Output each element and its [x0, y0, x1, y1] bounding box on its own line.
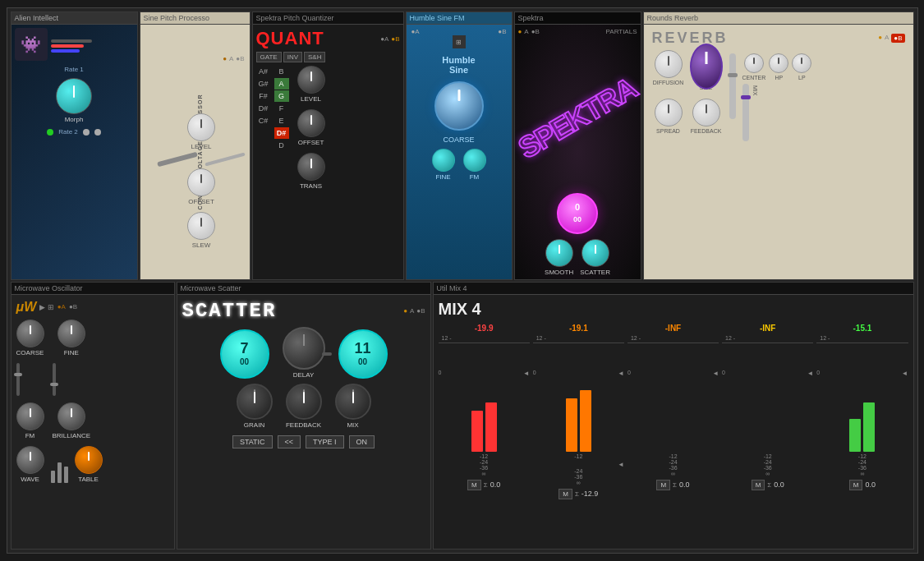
mwave-fm-group: FM [16, 402, 44, 439]
spektra-title: Spektra [515, 12, 641, 25]
quant-buttons: GATE INV S&H [256, 52, 400, 62]
mwave-table-label: TABLE [78, 476, 99, 483]
ch2-value: -12.9 [582, 490, 599, 498]
scatter-body: SCATTER ●A●B 7 00 [177, 295, 430, 550]
mix-channel-5: -15.1 12 - 0 ◄ -12 [816, 324, 908, 539]
fm-knob[interactable] [463, 149, 486, 172]
static-button[interactable]: STATIC [232, 435, 273, 448]
quant-big-title: QUANT [256, 28, 324, 49]
quant-body: QUANT ●A●B GATE INV S&H A# G# [253, 25, 403, 279]
scatter-title: Microwave Scatter [177, 283, 430, 295]
center-knob[interactable] [744, 53, 764, 73]
humble-title: Humble Sine FM [407, 12, 512, 25]
feedback-label: FEEDBACK [691, 128, 722, 134]
spread-knob[interactable] [655, 99, 683, 126]
quant-level-knob[interactable] [297, 66, 325, 94]
ch3-m-button[interactable]: M [656, 480, 670, 490]
mwave-content: μW ▶ ⊞ ●A ●B COARSE [11, 295, 174, 550]
mwave-brilliance-group: BRILLIANCE [53, 402, 91, 439]
offset-knob[interactable] [187, 168, 215, 196]
note-as: A# [256, 66, 271, 77]
scatter-knob-row: GRAIN FEEDBACK MIX [182, 384, 425, 429]
diffusion-group: DIFFUSION [652, 50, 685, 94]
on-button[interactable]: ON [349, 435, 375, 448]
scatter-mix-knob[interactable] [335, 384, 371, 420]
center-group: CENTER [742, 53, 766, 80]
notes-natural-col: B A G F E D# D [274, 66, 289, 190]
reverb-content: REVERB ●A ●B DIFFUSION [644, 25, 913, 279]
ch3-value: 0.0 [679, 481, 690, 489]
spektra-content: ●A ●B PARTIALS SPEKTRA 000 [515, 25, 641, 279]
humble-content: ●A ●B ⊞ HumbleSine COARSE FINE [407, 25, 512, 279]
fine-label: FINE [435, 173, 450, 181]
note-g: G [274, 90, 289, 102]
ch4-m-button[interactable]: M [752, 480, 765, 490]
scatter-group: SCATTER [580, 239, 610, 276]
scatter-val1: 7 00 [220, 329, 269, 379]
ch2-level: -19.1 [569, 324, 588, 333]
alien-intellect-panel: Alien Intellect 👾 Rate 1 [11, 11, 138, 280]
diffusion-knob[interactable] [655, 50, 683, 78]
hp-group: HP [769, 53, 788, 80]
spread-label: SPREAD [656, 128, 680, 134]
alien-face-icon: 👾 [15, 28, 48, 61]
fine-knob[interactable] [432, 149, 455, 172]
gate-button[interactable]: GATE [256, 52, 282, 62]
partials-knob[interactable]: 000 [557, 193, 598, 234]
hp-knob[interactable] [769, 53, 788, 73]
type-button[interactable]: TYPE I [306, 435, 344, 448]
ch2-m-button[interactable]: M [559, 489, 572, 499]
sine-body: CONTROL VOLTAGE PROCESSOR ●A ●B LEVEL [140, 25, 250, 279]
level-knob[interactable] [187, 113, 215, 141]
smooth-knob[interactable] [545, 239, 573, 267]
mwave-wave-knob[interactable] [16, 446, 44, 474]
note-gs: G# [256, 78, 271, 90]
grain-knob[interactable] [237, 384, 273, 420]
mwave-wave-label: WAVE [21, 476, 39, 483]
mwave-fm-knob[interactable] [16, 402, 44, 430]
note-d: D# [274, 127, 289, 139]
ch1-m-button[interactable]: M [467, 480, 481, 490]
mwave-fine-knob[interactable] [57, 320, 85, 347]
ch5-m-button[interactable]: M [849, 480, 863, 490]
scatter-mix-label: MIX [347, 421, 358, 429]
quant-offset-knob[interactable] [297, 109, 325, 137]
sine-content: CONTROL VOLTAGE PROCESSOR ●A ●B LEVEL [140, 25, 250, 279]
mwave-header: μW ▶ ⊞ ●A ●B [16, 300, 169, 315]
ch5-level: -15.1 [853, 324, 872, 333]
lp-knob[interactable] [792, 53, 811, 73]
alien-title: Alien Intellect [11, 12, 137, 25]
mix4-content: MIX 4 -19.9 12 - 0 ◄ [434, 295, 913, 550]
diffusion-label: DIFFUSION [653, 80, 684, 85]
scatter-panel: Microwave Scatter SCATTER ●A●B 7 [177, 282, 431, 550]
hp-label: HP [775, 75, 783, 80]
morph-label: Morph [65, 116, 84, 123]
morph-group: Morph [56, 78, 92, 123]
delay-knob[interactable] [283, 327, 325, 370]
spektra-logo: SPEKTRA [514, 71, 641, 165]
bottom-row: Microwave Oscillator μW ▶ ⊞ ●A ●B COARSE [11, 282, 914, 550]
reverb-title: Rounds Reverb [644, 12, 913, 25]
slew-knob[interactable] [187, 212, 215, 240]
note-cs: C# [256, 115, 271, 126]
scatter-feedback-label: FEEDBACK [286, 421, 321, 429]
scatter-delay-group: DELAY [283, 327, 325, 379]
mwave-coarse-knob[interactable] [16, 320, 44, 347]
quant-trans-knob[interactable] [297, 153, 325, 181]
sh-button[interactable]: S&H [304, 52, 325, 62]
feedback-knob[interactable] [692, 99, 720, 126]
scatter-feedback-knob[interactable] [286, 384, 322, 420]
back-button[interactable]: << [278, 435, 301, 448]
mwave-table-knob[interactable] [75, 446, 103, 474]
main-container: Alien Intellect 👾 Rate 1 [7, 7, 918, 554]
inv-button[interactable]: INV [283, 52, 302, 62]
mix-channel-4: -INF 12 - 0 ◄ -12 [722, 324, 813, 539]
quant-content: QUANT ●A●B GATE INV S&H A# G# [253, 25, 403, 279]
scatter-knob[interactable] [582, 239, 609, 267]
mwave-brilliance-label: BRILLIANCE [53, 432, 91, 439]
mix4-title: Util Mix 4 [434, 283, 913, 295]
size-knob[interactable] [690, 44, 723, 90]
morph-knob[interactable] [56, 78, 92, 114]
coarse-knob[interactable] [434, 81, 484, 131]
mwave-brilliance-knob[interactable] [57, 402, 85, 430]
